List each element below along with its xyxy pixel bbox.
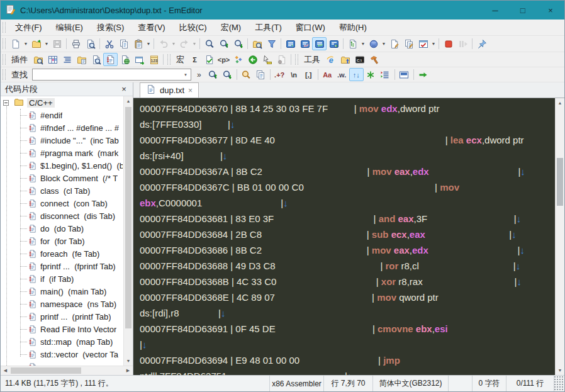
plugin-html-bar-button[interactable] xyxy=(45,53,60,66)
regex-toggle[interactable]: .+? xyxy=(272,68,287,81)
macro-check-syntax-button[interactable] xyxy=(202,53,216,66)
status-position[interactable]: 行 7,列 70 xyxy=(323,376,372,391)
menu-item-4[interactable]: 比较(C) xyxy=(172,20,214,35)
scrollbar-thumb[interactable] xyxy=(125,107,131,328)
select-macro-button-dropdown[interactable]: ▼ xyxy=(430,37,437,50)
print-preview-button[interactable] xyxy=(83,37,98,50)
tree-item-7[interactable]: connect (con Tab) xyxy=(1,197,133,210)
tab-dup-txt[interactable]: dup.txt × xyxy=(140,82,199,98)
plugin-search-button[interactable] xyxy=(89,53,103,66)
wrap-by-page-button[interactable] xyxy=(327,37,341,50)
new-button-dropdown[interactable]: ▼ xyxy=(23,37,29,50)
plugins-button-dropdown[interactable]: ▼ xyxy=(381,37,387,50)
scroll-right-icon[interactable]: ▶ xyxy=(123,366,133,375)
menu-item-2[interactable]: 搜索(S) xyxy=(90,20,131,35)
wrap-by-character-button[interactable] xyxy=(298,37,312,50)
copy-highlighted-button[interactable] xyxy=(254,68,268,81)
tree-item-13[interactable]: if (if Tab) xyxy=(1,272,133,285)
scroll-down-icon[interactable]: ▼ xyxy=(556,366,564,375)
filter-button[interactable] xyxy=(264,37,279,50)
toolbar-grip[interactable] xyxy=(295,54,298,65)
search-wrap-toggle[interactable]: ↑↓ xyxy=(349,68,364,81)
copy-button[interactable] xyxy=(116,37,131,50)
tree-item-5[interactable]: Block Comment (/* T xyxy=(1,172,133,184)
menu-item-1[interactable]: 编辑(E) xyxy=(49,20,90,35)
scroll-left-icon[interactable]: ◀ xyxy=(1,366,10,375)
tree-item-11[interactable]: foreach (fe Tab) xyxy=(1,247,133,260)
tree-item-8[interactable]: disconnect (dis Tab) xyxy=(1,210,133,222)
highlight-button[interactable] xyxy=(239,68,254,81)
wrap-by-window-button[interactable] xyxy=(312,37,327,50)
open-button-dropdown[interactable]: ▼ xyxy=(43,37,50,50)
combo-dropdown-icon[interactable]: ▼ xyxy=(181,69,191,80)
plugin-web-preview-button[interactable] xyxy=(118,53,132,66)
sidebar-vertical-scrollbar[interactable]: ▲ ▼ xyxy=(123,96,133,366)
escape-seq-toggle[interactable]: \n xyxy=(287,68,301,81)
new-button[interactable] xyxy=(8,37,23,50)
tree-item-6[interactable]: class (cl Tab) xyxy=(1,184,133,197)
macro-ptag-button[interactable]: <p> xyxy=(216,53,231,66)
find-in-files-button[interactable] xyxy=(250,37,264,50)
tree-item-0[interactable]: #endif xyxy=(1,109,133,121)
text-area[interactable]: 00007FF84DD63670 | 8B 14 25 30 03 FE 7F … xyxy=(133,98,555,375)
plugin-projects-button[interactable] xyxy=(132,53,147,66)
print-button[interactable] xyxy=(69,37,83,50)
tree-item-2[interactable]: #include "..." (inc Tab xyxy=(1,134,133,147)
status-syntax[interactable]: x86 Assembler xyxy=(269,376,323,391)
tree-item-12[interactable]: fprintf ... (fprintf Tab) xyxy=(1,260,133,272)
tree-item-4[interactable]: $1.begin(), $1.end() (b xyxy=(1,159,133,172)
cut-button[interactable] xyxy=(102,37,116,50)
snippets-tree[interactable]: C/C++ #endif#ifndef ... #define ... ##in… xyxy=(1,96,133,366)
macro-tidy-button[interactable] xyxy=(231,53,245,66)
char-range-toggle[interactable]: [,] xyxy=(301,68,316,81)
paste-button-dropdown[interactable]: ▼ xyxy=(145,37,152,50)
close-button[interactable]: × xyxy=(537,1,564,20)
sidebar-horizontal-scrollbar[interactable]: ◀ ▶ xyxy=(1,366,133,375)
wrap-none-button[interactable] xyxy=(283,37,298,50)
title-bar[interactable]: C:\Users\Administrator\Desktop\dup.txt -… xyxy=(1,1,564,20)
tree-item-9[interactable]: do (do Tab) xyxy=(1,222,133,235)
tree-item-10[interactable]: for (for Tab) xyxy=(1,235,133,247)
tree-item-14[interactable]: main() (main Tab) xyxy=(1,285,133,298)
tree-item-18[interactable]: std::map (map Tab) xyxy=(1,335,133,348)
number-wildcard-toggle[interactable] xyxy=(364,68,378,81)
tool-command-prompt-button[interactable]: C:\ xyxy=(352,53,367,66)
toolbar-grip[interactable] xyxy=(3,22,6,33)
plugin-explorer-button[interactable] xyxy=(31,53,45,66)
toolbar-grip[interactable] xyxy=(3,69,6,80)
menu-item-5[interactable]: 宏(M) xyxy=(214,20,249,35)
menu-item-8[interactable]: 帮助(H) xyxy=(332,20,374,35)
plugin-snippets-button[interactable] xyxy=(103,53,118,66)
macro-select-cursor-button[interactable] xyxy=(260,53,274,66)
plugin-outline-button[interactable] xyxy=(60,53,74,66)
menu-item-0[interactable]: 文件(F) xyxy=(8,20,49,35)
editor-vertical-scrollbar[interactable]: ▲ ▼ xyxy=(555,98,564,375)
record-macro-button[interactable] xyxy=(387,37,401,50)
menu-item-6[interactable]: 工具(T) xyxy=(248,20,289,35)
menu-item-3[interactable]: 查看(V) xyxy=(131,20,172,35)
minimize-button[interactable]: ─ xyxy=(481,1,509,20)
menu-item-7[interactable]: 窗口(W) xyxy=(289,20,332,35)
find-input[interactable] xyxy=(33,70,181,79)
tool-export-button[interactable] xyxy=(338,53,352,66)
find-previous-button[interactable] xyxy=(216,37,231,50)
find-button[interactable] xyxy=(202,37,216,50)
maximize-button[interactable]: □ xyxy=(509,1,537,20)
advance-search-button[interactable] xyxy=(416,68,430,81)
find-next-button[interactable] xyxy=(231,37,245,50)
pin-button[interactable] xyxy=(474,37,489,50)
tree-item-15[interactable]: namespace (ns Tab) xyxy=(1,298,133,310)
toolbar-grip[interactable] xyxy=(167,54,171,65)
macro-sum-button[interactable]: Σ xyxy=(187,53,202,66)
select-macro-button[interactable] xyxy=(416,37,430,50)
tree-item-3[interactable]: #pragma mark (mark xyxy=(1,147,133,159)
tool-browser-button[interactable]: e xyxy=(323,53,338,66)
tree-item-16[interactable]: printf ... (printf Tab) xyxy=(1,310,133,323)
scroll-up-icon[interactable]: ▲ xyxy=(556,98,564,108)
paste-button[interactable] xyxy=(131,37,145,50)
open-button[interactable] xyxy=(29,37,43,50)
scrollbar-thumb[interactable] xyxy=(557,158,563,206)
tree-item-17[interactable]: Read File Into Vector xyxy=(1,323,133,335)
toolbar-grip[interactable] xyxy=(3,38,6,49)
tree-item-partial[interactable] xyxy=(1,361,133,366)
